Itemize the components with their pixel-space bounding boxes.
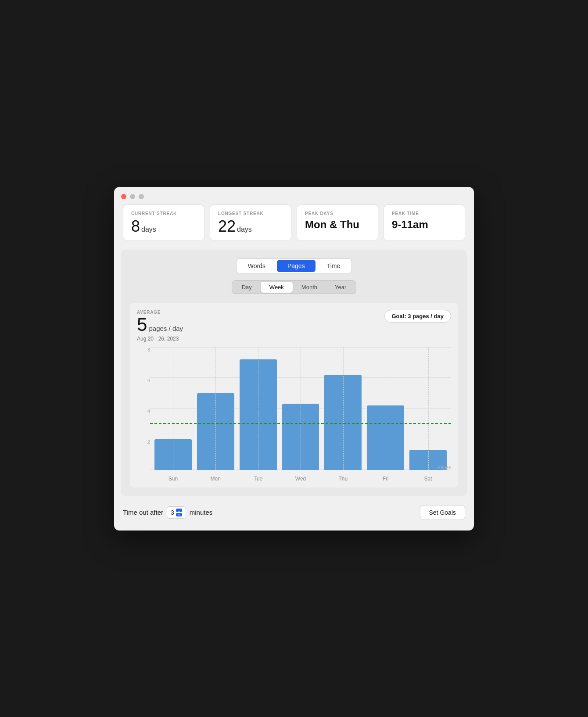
goal-line bbox=[150, 423, 451, 424]
current-streak-value: 8days bbox=[131, 219, 196, 234]
chart-area: AVERAGE 5 pages / day Aug 20 - 26, 2023 … bbox=[130, 303, 458, 488]
longest-streak-card: LONGEST STREAK 22days bbox=[210, 204, 291, 241]
tab-time[interactable]: Time bbox=[316, 260, 351, 272]
dashed-sun bbox=[173, 347, 173, 470]
current-streak-label: CURRENT STREAK bbox=[131, 211, 196, 216]
dashed-tue bbox=[258, 347, 258, 470]
x-label-thu: Thu bbox=[324, 476, 362, 482]
peak-days-label: PEAK DAYS bbox=[305, 211, 370, 216]
svg-text:▲: ▲ bbox=[178, 510, 180, 513]
chart-header: AVERAGE 5 pages / day Aug 20 - 26, 2023 … bbox=[137, 310, 451, 342]
bar-tue[interactable] bbox=[240, 347, 277, 470]
peak-time-card: PEAK TIME 9-11am bbox=[384, 204, 465, 241]
tab-pages[interactable]: Pages bbox=[277, 260, 316, 272]
metric-tabs: Words Pages Time bbox=[236, 258, 352, 273]
timeout-stepper[interactable]: ▲ ▼ bbox=[176, 509, 182, 516]
bar-thu[interactable] bbox=[324, 347, 362, 470]
pages-axis-label: Pages bbox=[437, 465, 451, 470]
peak-time-value: 9-11am bbox=[392, 219, 457, 231]
tab-words[interactable]: Words bbox=[237, 260, 276, 272]
period-tabs: Day Week Month Year bbox=[232, 280, 357, 294]
x-label-mon: Mon bbox=[197, 476, 234, 482]
goal-badge: Goal: 3 pages / day bbox=[384, 310, 452, 323]
app-window: CURRENT STREAK 8days LONGEST STREAK 22da… bbox=[114, 187, 474, 531]
period-day[interactable]: Day bbox=[233, 282, 261, 293]
dashed-mon bbox=[215, 347, 216, 470]
x-labels: Sun Mon Tue Wed Thu Fri Sat bbox=[150, 470, 451, 488]
bar-wed[interactable] bbox=[282, 347, 319, 470]
minimize-button[interactable] bbox=[130, 194, 135, 199]
current-streak-number: 8 bbox=[131, 217, 140, 235]
close-button[interactable] bbox=[121, 194, 126, 199]
bar-mon[interactable] bbox=[197, 347, 234, 470]
x-label-tue: Tue bbox=[240, 476, 277, 482]
x-label-sat: Sat bbox=[409, 476, 447, 482]
dashed-fri bbox=[386, 347, 386, 470]
main-panel: Words Pages Time Day Week Month Year AVE… bbox=[121, 250, 467, 496]
title-bar bbox=[114, 187, 474, 204]
bar-sun[interactable] bbox=[154, 347, 192, 470]
bars-row bbox=[150, 347, 451, 470]
stats-row: CURRENT STREAK 8days LONGEST STREAK 22da… bbox=[114, 204, 474, 250]
x-label-sun: Sun bbox=[154, 476, 192, 482]
timeout-label-after: minutes bbox=[190, 509, 213, 516]
average-number: 5 bbox=[137, 314, 147, 335]
period-tab-group: Day Week Month Year bbox=[130, 280, 458, 294]
current-streak-card: CURRENT STREAK 8days bbox=[123, 204, 204, 241]
longest-streak-unit: days bbox=[237, 226, 252, 233]
timeout-input[interactable]: 3 ▲ ▼ bbox=[167, 506, 186, 519]
current-streak-unit: days bbox=[141, 226, 156, 233]
average-unit: pages / day bbox=[147, 325, 183, 332]
period-month[interactable]: Month bbox=[293, 282, 326, 293]
longest-streak-value: 22days bbox=[218, 219, 283, 234]
chart-inner: 8 6 4 2 bbox=[137, 347, 451, 488]
bar-fri[interactable] bbox=[367, 347, 404, 470]
date-range: Aug 20 - 26, 2023 bbox=[137, 336, 183, 342]
x-label-fri: Fri bbox=[367, 476, 404, 482]
longest-streak-label: LONGEST STREAK bbox=[218, 211, 283, 216]
svg-text:▼: ▼ bbox=[178, 514, 180, 516]
metric-tab-group: Words Pages Time bbox=[130, 258, 458, 273]
peak-days-value: Mon & Thu bbox=[305, 219, 370, 231]
dashed-sat bbox=[428, 347, 429, 470]
chart-wrapper: 8 6 4 2 bbox=[137, 347, 451, 488]
timeout-label-before: Time out after bbox=[123, 509, 163, 516]
period-year[interactable]: Year bbox=[326, 282, 355, 293]
dashed-wed bbox=[301, 347, 301, 470]
longest-streak-number: 22 bbox=[218, 217, 236, 235]
timeout-group: Time out after 3 ▲ ▼ minutes bbox=[123, 506, 212, 519]
bottom-bar: Time out after 3 ▲ ▼ minutes Set Goals bbox=[114, 496, 474, 520]
peak-days-card: PEAK DAYS Mon & Thu bbox=[297, 204, 378, 241]
dashed-thu bbox=[343, 347, 344, 470]
average-value: 5 pages / day bbox=[137, 315, 183, 334]
timeout-number: 3 bbox=[171, 509, 174, 516]
y-axis: 8 6 4 2 bbox=[137, 347, 150, 488]
stepper-icon-svg: ▲ ▼ bbox=[176, 509, 182, 516]
bar-sat[interactable] bbox=[409, 347, 447, 470]
x-label-wed: Wed bbox=[282, 476, 319, 482]
maximize-button[interactable] bbox=[139, 194, 144, 199]
peak-time-label: PEAK TIME bbox=[392, 211, 457, 216]
bars-area: Sun Mon Tue Wed Thu Fri Sat Pages bbox=[150, 347, 451, 488]
period-week[interactable]: Week bbox=[261, 282, 293, 293]
chart-summary: AVERAGE 5 pages / day Aug 20 - 26, 2023 bbox=[137, 310, 183, 342]
set-goals-button[interactable]: Set Goals bbox=[420, 505, 465, 520]
